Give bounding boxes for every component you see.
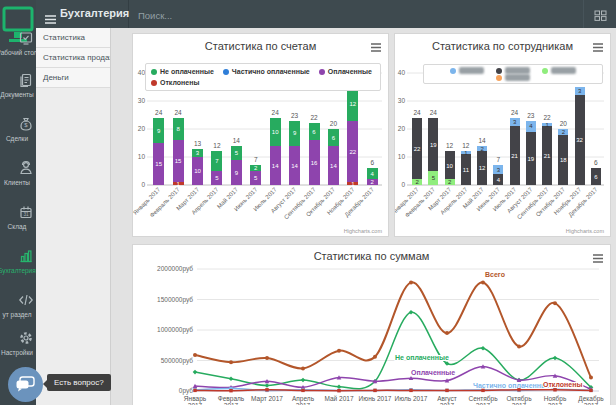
blurred-employee-name <box>551 67 576 74</box>
y-axis-tick-label: 2000000руб <box>157 265 193 273</box>
data-point[interactable] <box>229 389 232 392</box>
legend-item[interactable] <box>450 67 484 74</box>
bar-total-label: 12 <box>462 142 470 149</box>
data-point[interactable] <box>481 389 484 392</box>
bar-total-label: 20 <box>560 120 568 127</box>
sidebar-item-section[interactable]: ут раздел <box>0 292 36 334</box>
data-point[interactable] <box>409 389 412 392</box>
bar-total-label: 23 <box>291 112 299 119</box>
data-point[interactable] <box>229 377 234 382</box>
chart-context-menu-button[interactable] <box>591 40 605 52</box>
sidebar-item-deals[interactable]: $ Сделки <box>0 116 36 158</box>
data-point[interactable] <box>373 389 376 392</box>
data-point[interactable] <box>337 349 341 353</box>
submenu-item-statistics[interactable]: Статистика <box>36 28 110 48</box>
brand[interactable]: Бухгалтерия <box>36 0 129 28</box>
data-point[interactable] <box>409 310 414 315</box>
sidebar-item-label: Сделки <box>6 135 28 142</box>
chart-context-menu-button[interactable] <box>591 251 605 263</box>
bar-value-label: 14 <box>330 163 337 169</box>
x-axis-tick-label: Декабрь 2017 <box>567 186 599 218</box>
bar-value-label: 22 <box>350 149 357 155</box>
bar-total-label: 6 <box>594 159 598 166</box>
sidebar-item-warehouse[interactable]: 31 Склад <box>0 204 36 246</box>
highcharts-credit[interactable]: Highcharts.com <box>344 228 383 234</box>
sidebar-item-settings[interactable]: Настройки <box>0 330 36 372</box>
search-input[interactable] <box>136 0 440 30</box>
chart-context-menu-button[interactable] <box>369 40 383 52</box>
data-point[interactable] <box>337 389 340 392</box>
hamburger-icon <box>45 10 56 28</box>
data-point[interactable] <box>265 388 268 391</box>
sidebar-item-desktop[interactable]: Рабочий стол <box>0 30 36 72</box>
submenu-item-money[interactable]: Деньги <box>36 68 110 88</box>
data-point[interactable] <box>589 376 593 380</box>
data-point[interactable] <box>229 360 233 364</box>
legend-dot <box>151 69 157 75</box>
data-point[interactable] <box>481 280 485 284</box>
line-series[interactable] <box>195 312 591 389</box>
data-point[interactable] <box>589 389 592 392</box>
data-point[interactable] <box>409 280 413 284</box>
sums-chart-card: Статистика по суммам 0руб500000руб100000… <box>132 244 611 405</box>
sidebar-item-documents[interactable]: Документы <box>0 72 36 114</box>
y-axis-tick-label: 30 <box>398 97 406 104</box>
data-point[interactable] <box>445 331 449 335</box>
bar-value-label: 18 <box>560 157 567 163</box>
data-point[interactable] <box>301 389 304 392</box>
data-point[interactable] <box>373 355 377 359</box>
desktop-icon <box>18 30 34 46</box>
invoices-legend: Не оплаченные Частично оплаченные Оплаче… <box>145 63 381 91</box>
legend-item[interactable]: Частично оплаченные <box>223 66 310 77</box>
bar-total-label: 24 <box>414 109 422 116</box>
bar-total-label: 22 <box>310 114 318 121</box>
data-point[interactable] <box>193 353 197 357</box>
data-point[interactable] <box>337 384 342 389</box>
data-point[interactable] <box>301 378 306 383</box>
bar-total-label: 23 <box>527 112 535 119</box>
data-point[interactable] <box>517 344 521 348</box>
data-point[interactable] <box>265 383 270 388</box>
bar-value-label: 11 <box>463 167 470 173</box>
legend-item[interactable]: Отклонены <box>151 77 199 88</box>
highcharts-credit[interactable]: Highcharts.com <box>566 228 605 234</box>
y-axis-tick-label: 0 <box>401 181 405 188</box>
bar-value-label: 22 <box>414 146 421 152</box>
legend-item[interactable]: Оплаченные <box>319 66 372 77</box>
bar-total-label: 6 <box>370 159 374 166</box>
y-axis-tick-label: 500000руб <box>161 357 194 365</box>
data-point[interactable] <box>553 388 556 391</box>
data-point[interactable] <box>265 356 269 360</box>
app-root: { "app": { "brand": "Бухгалтерия", "sear… <box>0 0 616 405</box>
employees-chart-card: Статистика по сотрудникам 01020304022224… <box>394 33 611 237</box>
legend-item[interactable]: Не оплаченные <box>151 66 214 77</box>
data-point[interactable] <box>301 366 305 370</box>
legend-item[interactable] <box>496 74 530 81</box>
data-point[interactable] <box>445 389 448 392</box>
legend-item[interactable] <box>542 67 576 74</box>
legend-item[interactable] <box>496 67 530 74</box>
data-point[interactable] <box>481 346 486 351</box>
y-axis-tick-label: 1500000руб <box>157 296 193 304</box>
data-point[interactable] <box>193 370 198 375</box>
sums-line-chart: 0руб500000руб1000000руб1500000руб2000000… <box>133 263 610 405</box>
chat-button[interactable] <box>8 367 43 402</box>
data-point[interactable] <box>517 388 520 391</box>
y-axis-tick-label: 10 <box>138 153 146 160</box>
data-point[interactable] <box>553 301 557 305</box>
legend-dot <box>542 68 548 74</box>
data-point[interactable] <box>553 356 558 361</box>
bar-value-label: 21 <box>544 153 551 159</box>
submenu: Статистика Статистика продаж Деньги <box>36 28 111 405</box>
submenu-item-sales-statistics[interactable]: Статистика продаж <box>36 48 110 68</box>
y-axis-tick-label: 0 <box>141 181 145 188</box>
bar-value-label: 15 <box>155 161 162 167</box>
apps-grid-icon[interactable] <box>594 8 608 20</box>
sidebar-item-accounting[interactable]: Бухгалтерия <box>0 248 36 290</box>
sidebar-item-clients[interactable]: Клиенты <box>0 160 36 202</box>
employees-legend <box>423 64 603 84</box>
data-point[interactable] <box>193 389 196 392</box>
bar-value-label: 21 <box>511 153 518 159</box>
y-axis-tick-label: 1000000руб <box>157 326 193 334</box>
deals-bag-icon: $ <box>18 116 34 132</box>
